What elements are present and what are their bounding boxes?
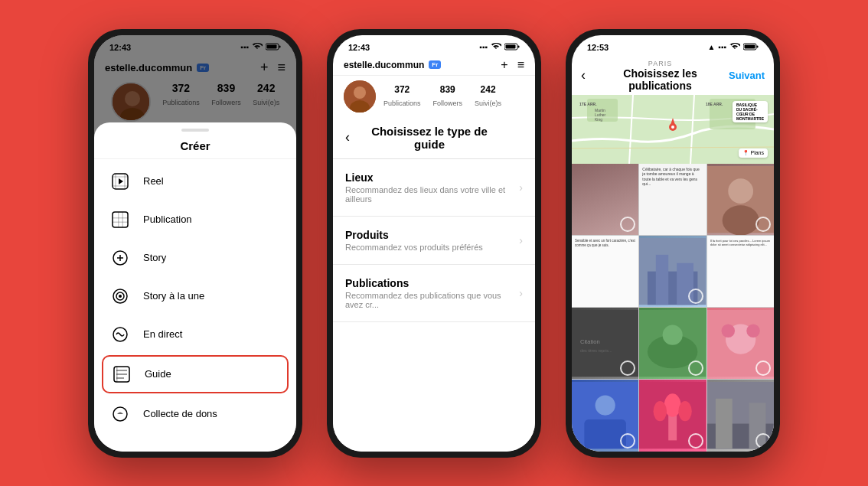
map-label-basilique: BASILIQUEDU SACRÉ-CŒUR DEMONTMARTRE xyxy=(733,101,768,122)
menu-item-reel[interactable]: Reel xyxy=(94,162,296,201)
svg-point-43 xyxy=(671,126,674,129)
stats-strip-2: 372 Publications 839 Followers 242 Suivi… xyxy=(333,76,535,117)
grid-cell-4[interactable]: Sensible et avec un fort caractère, c'es… xyxy=(572,236,638,307)
reel-icon xyxy=(109,171,131,192)
svg-rect-14 xyxy=(113,221,128,223)
svg-point-34 xyxy=(354,86,366,99)
grid-cell-12[interactable] xyxy=(707,380,774,451)
svg-point-51 xyxy=(722,205,759,235)
badge-fr-2: Fr xyxy=(429,60,441,69)
svg-text:Citation: Citation xyxy=(580,338,600,345)
pub-header-center: PARIS Choisissez les publications xyxy=(592,60,729,92)
stat-suf-2: 242 Suivi(e)s xyxy=(475,84,501,109)
grid-cell-2[interactable]: Célibataire, car à chaque fois que je to… xyxy=(639,164,706,235)
phone-3: 12:53 ▲ ▪▪▪ ‹ PARIS Choisissez les publi… xyxy=(566,29,780,458)
svg-rect-16 xyxy=(122,212,124,227)
grid-cell-1[interactable] xyxy=(572,164,638,235)
svg-rect-10 xyxy=(113,185,128,187)
svg-text:des titres repris...: des titres repris... xyxy=(580,348,612,353)
story-label: Story xyxy=(143,252,166,263)
grid-cell-8[interactable] xyxy=(639,308,706,379)
story-une-icon xyxy=(109,285,131,307)
icons-2: + ≡ xyxy=(501,58,524,72)
map-label-plans: 📍 Plans xyxy=(739,148,768,158)
grid-cell-6[interactable]: Il la écrit pour toi ces paroles... Lore… xyxy=(707,236,774,307)
photo-grid: Célibataire, car à chaque fois que je to… xyxy=(572,164,774,452)
svg-point-65 xyxy=(746,324,759,337)
menu-item-story-une[interactable]: Story à la une xyxy=(94,277,296,315)
reel-label: Reel xyxy=(143,175,164,187)
chevron-lieux: › xyxy=(519,181,523,194)
menu-items: Reel Publication Story xyxy=(94,159,296,436)
svg-rect-15 xyxy=(118,212,119,227)
signal-icon-2: ▪▪▪ xyxy=(479,43,488,51)
time-2: 12:43 xyxy=(348,43,370,52)
stat-fol-2: 839 Followers xyxy=(433,84,463,109)
grid-cell-3[interactable] xyxy=(707,164,774,235)
location-icon: ▲ xyxy=(707,43,715,51)
menu-item-story[interactable]: Story xyxy=(94,239,296,277)
menu-item-collecte[interactable]: Collecte de dons xyxy=(94,395,296,433)
svg-rect-76 xyxy=(716,399,733,449)
create-sheet: Créer Reel Publication xyxy=(94,122,296,452)
svg-rect-26 xyxy=(116,370,127,371)
status-bar-3: 12:53 ▲ ▪▪▪ xyxy=(572,35,774,55)
svg-text:King: King xyxy=(595,117,602,122)
phone-2: 12:43 ▪▪▪ estelle.ducommun Fr + ≡ xyxy=(327,29,541,458)
svg-rect-55 xyxy=(677,263,693,305)
publication-icon xyxy=(109,209,131,230)
wifi-icon-2 xyxy=(491,43,501,52)
svg-rect-13 xyxy=(113,217,128,219)
svg-rect-9 xyxy=(113,176,128,178)
grid-cell-5[interactable] xyxy=(639,236,706,307)
map-area: 1TE ARR. 18E ARR. Martin Luther King BAS… xyxy=(572,95,774,164)
menu-item-en-direct[interactable]: En direct xyxy=(94,315,296,354)
profile-strip-2: estelle.ducommun Fr + ≡ xyxy=(333,55,535,76)
grid-cell-11[interactable] xyxy=(639,380,706,451)
story-icon xyxy=(109,247,131,269)
battery-icon-3 xyxy=(743,43,759,52)
status-icons-3: ▲ ▪▪▪ xyxy=(707,43,759,52)
svg-point-22 xyxy=(119,295,122,298)
sheet-title: Créer xyxy=(94,132,296,159)
svg-text:18E ARR.: 18E ARR. xyxy=(706,102,723,106)
svg-point-72 xyxy=(654,401,667,421)
guide-label: Guide xyxy=(145,368,171,380)
svg-rect-12 xyxy=(113,212,128,227)
username-2: estelle.ducommun xyxy=(344,60,424,70)
avatar-2 xyxy=(344,80,376,113)
suivant-button[interactable]: Suivant xyxy=(729,70,765,81)
guide-title: Choisissez le type de guide xyxy=(359,125,500,151)
svg-point-73 xyxy=(679,401,692,421)
chevron-publications: › xyxy=(519,287,523,299)
battery-icon-2 xyxy=(504,43,520,52)
back-button-2[interactable]: ‹ xyxy=(345,129,350,145)
guide-options: Lieux Recommandez des lieux dans votre v… xyxy=(333,159,535,452)
stats-2: 372 Publications 839 Followers 242 Suivi… xyxy=(383,84,501,109)
grid-cell-10[interactable] xyxy=(572,380,638,451)
publication-label: Publication xyxy=(143,214,192,225)
wifi-icon-3 xyxy=(729,43,740,52)
menu-item-guide[interactable]: Guide xyxy=(102,355,289,393)
svg-marker-11 xyxy=(119,178,123,184)
svg-point-50 xyxy=(728,178,753,204)
phone-1: 12:43 ▪▪▪ estelle.ducommun Fr + xyxy=(88,29,302,458)
svg-rect-27 xyxy=(116,373,127,375)
svg-point-71 xyxy=(664,393,681,417)
guide-option-produits[interactable]: Produits Recommandez vos produits préfér… xyxy=(333,217,535,265)
svg-rect-32 xyxy=(506,44,516,48)
menu-icon-2[interactable]: ≡ xyxy=(517,58,524,72)
stat-pub-2: 372 Publications xyxy=(383,84,421,109)
back-button-3[interactable]: ‹ xyxy=(581,67,586,83)
add-icon-2[interactable]: + xyxy=(501,58,507,72)
guide-option-lieux[interactable]: Lieux Recommandez des lieux dans votre v… xyxy=(333,159,535,217)
grid-cell-7[interactable]: Citationdes titres repris... xyxy=(572,308,638,379)
grid-cell-9[interactable] xyxy=(707,308,774,379)
username-area-2: estelle.ducommun Fr xyxy=(344,60,441,70)
collecte-icon xyxy=(109,403,131,425)
guide-icon xyxy=(111,364,132,385)
guide-option-publications[interactable]: Publications Recommandez des publication… xyxy=(333,265,535,322)
svg-rect-37 xyxy=(757,45,759,47)
svg-point-67 xyxy=(596,396,615,416)
menu-item-publication[interactable]: Publication xyxy=(94,201,296,239)
